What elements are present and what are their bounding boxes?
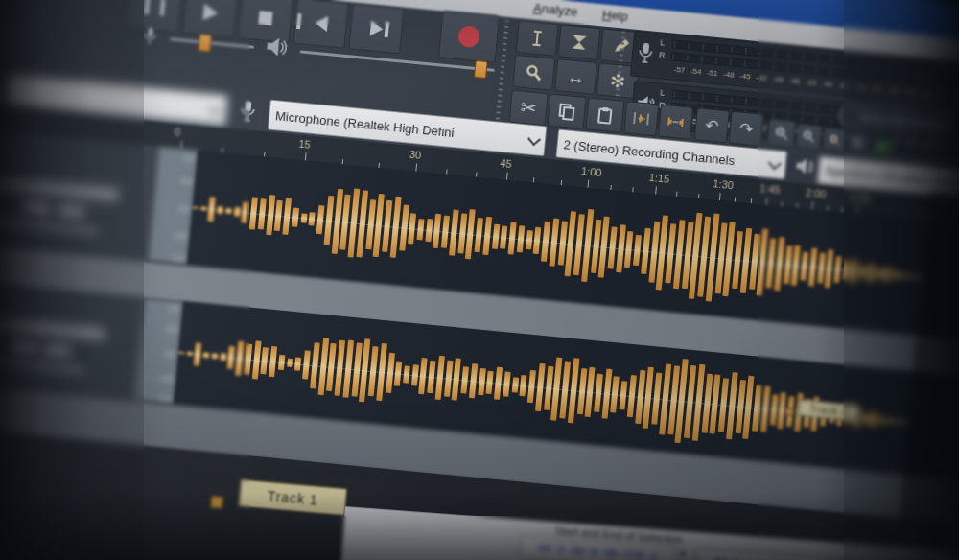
zoom-to-selection-button[interactable] [822, 128, 847, 152]
record-icon [457, 25, 480, 48]
waveform-bar [884, 266, 892, 282]
waveform-bar [302, 350, 311, 380]
meter-left-label: L [660, 88, 666, 98]
trim-audio-button[interactable] [623, 101, 659, 136]
waveform-bar [408, 213, 416, 245]
playback-volume-speaker-icon [265, 34, 288, 60]
cut-button[interactable]: ✂ [509, 90, 549, 126]
meter-scale-value: -24 [854, 82, 866, 92]
chevron-down-icon [768, 156, 782, 170]
playback-volume-thumb[interactable] [474, 60, 488, 79]
zoom-out-button[interactable] [795, 123, 822, 150]
zoom-out-icon [802, 129, 816, 144]
timeline-label: 1:00 [581, 165, 602, 178]
timeline-label: 1:15 [648, 172, 669, 185]
mute-button[interactable] [9, 340, 36, 355]
solo-button[interactable] [43, 343, 71, 358]
zoom-to-fit-button[interactable] [847, 132, 870, 155]
track-control-panel[interactable] [0, 278, 145, 400]
waveform-bar [386, 353, 395, 393]
chevron-down-icon [209, 102, 222, 115]
waveform-bar [187, 351, 193, 356]
waveform-bar [620, 381, 628, 410]
selection-mode-caret-icon[interactable]: ▾ [680, 548, 686, 559]
zoom-in-button[interactable] [767, 119, 797, 149]
waveform-bar [278, 355, 285, 370]
timeline-label: 2:00 [806, 187, 827, 200]
pan-slider[interactable] [0, 358, 84, 373]
menu-item-analyze[interactable]: Analyze [533, 0, 578, 18]
selection-end-field[interactable]: 00 h 02 m 36.776 s [694, 548, 853, 560]
silence-audio-button[interactable] [658, 105, 693, 140]
waveform-bar [901, 272, 908, 279]
audacity-window: AnalyzeHelp ↔ ✻ L R [0, 0, 959, 560]
waveform-bar [425, 219, 433, 242]
waveform-bar [178, 351, 184, 354]
play-at-speed-button[interactable] [872, 136, 895, 157]
waveform-bar [227, 346, 235, 369]
track2-label-dot [785, 408, 795, 417]
stop-icon [258, 11, 272, 25]
waveform-bar [249, 197, 258, 230]
timeline-tick [766, 198, 768, 205]
waveform-bar [309, 212, 316, 226]
waveform-bar [482, 217, 492, 255]
meter-scale-value: -12 [920, 89, 931, 99]
selection-tool-button[interactable] [516, 20, 559, 57]
skip-to-end-button[interactable] [348, 3, 404, 54]
waveform-bar [300, 213, 307, 222]
timeline-tick [415, 164, 417, 172]
waveform-bar [394, 361, 403, 386]
recording-volume-thumb[interactable] [198, 34, 212, 52]
gain-slider[interactable] [0, 218, 98, 233]
cut-scissors-icon: ✂ [520, 98, 538, 119]
waveform-bar [500, 225, 507, 248]
selection-start-value: 00 h 02 m 36.776 s [538, 541, 658, 560]
paste-button[interactable] [585, 97, 624, 132]
trim-audio-icon [632, 110, 650, 128]
menu-item-help[interactable]: Help [601, 7, 628, 23]
waveform-bar [533, 227, 542, 254]
amplitude-scale-value: -0.5 [159, 374, 174, 384]
waveform-bar [527, 369, 536, 403]
device-mic-icon [239, 99, 256, 125]
meter-scale-value: -18 [887, 85, 899, 95]
mute-button[interactable] [22, 200, 50, 215]
waveform-bar [887, 418, 894, 424]
record-button[interactable] [438, 10, 501, 63]
waveform-bar [503, 371, 510, 396]
waveform-bar [825, 249, 834, 288]
meter-scale-value: -45 [739, 71, 751, 81]
solo-button[interactable] [57, 204, 84, 219]
waveform-bar [478, 368, 486, 396]
waveform-bar [292, 208, 299, 227]
time-shift-tool-button[interactable]: ↔ [554, 58, 597, 95]
waveform-bar [867, 263, 875, 282]
timeline-label: 2:15 [850, 191, 871, 204]
undo-button[interactable]: ↶ [694, 107, 730, 143]
waveform-bar [807, 247, 817, 287]
skip-to-start-button[interactable] [292, 0, 348, 49]
copy-button[interactable] [547, 94, 586, 129]
waveform-bar [441, 216, 450, 248]
meter-scale-value: -6 [952, 92, 959, 102]
play-at-speed-icon [879, 142, 888, 152]
zoom-tool-button[interactable] [512, 55, 555, 91]
meter-scale-value: -36 [788, 76, 800, 85]
waveform-bar [475, 218, 483, 252]
meter-scale-value: -54 [690, 66, 701, 76]
waveform-bar [217, 206, 223, 214]
waveform-bar [403, 366, 410, 384]
track1-name: Track 1 [267, 488, 318, 508]
waveform-bar [460, 366, 469, 394]
meter-left-label: L [660, 37, 666, 47]
track-control-panel[interactable] [0, 128, 160, 261]
envelope-tool-button[interactable] [557, 24, 600, 60]
play-button[interactable] [182, 0, 238, 38]
waveform-bar [893, 270, 900, 280]
track-title-blob [0, 175, 119, 201]
waveform-bar [492, 223, 501, 249]
meter-scale-value: -15 [903, 87, 915, 97]
redo-button[interactable]: ↷ [729, 111, 764, 147]
meter-scale-value: -51 [707, 68, 718, 78]
